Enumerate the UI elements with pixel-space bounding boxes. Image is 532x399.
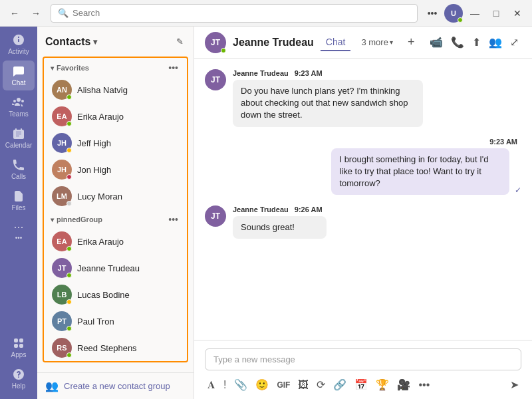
titlebar: ← → 🔍 ••• U — □ ✕	[0, 0, 532, 27]
user-status-dot	[458, 17, 463, 23]
contact-reed-stephens[interactable]: RS Reed Stephens	[45, 334, 186, 361]
message-group-3: JT Jeanne Trudeau 9:26 AM Sounds great!	[205, 205, 521, 239]
contacts-panel: Contacts ▾ ✎ ▾ Favorites •••	[37, 27, 194, 399]
urgent-button[interactable]: !	[221, 376, 229, 394]
minimize-button[interactable]: —	[466, 4, 484, 23]
msg-bubble-3: Sounds great!	[233, 216, 327, 239]
praise-button[interactable]: 🏆	[373, 376, 392, 394]
msg-avatar-3: JT	[205, 205, 226, 227]
maximize-button[interactable]: □	[487, 4, 505, 23]
sticker-button[interactable]: 🖼	[295, 376, 311, 394]
contact-status-jon	[66, 174, 72, 180]
contact-alisha-natvig[interactable]: AN Alisha Natvig	[45, 76, 186, 103]
video-msg-button[interactable]: 🎥	[394, 376, 413, 394]
favorites-more-button[interactable]: •••	[166, 62, 180, 74]
sidebar-item-files[interactable]: Files	[3, 186, 35, 215]
sidebar-calendar-label: Calendar	[5, 142, 33, 149]
contact-erika-araujo-pin[interactable]: EA Erika Araujo	[45, 228, 186, 255]
attach-button[interactable]: 📎	[231, 376, 250, 394]
chat-more-chevron: ▾	[390, 39, 393, 46]
pinned-more-button[interactable]: •••	[166, 213, 180, 225]
format-button[interactable]: 𝐀	[205, 376, 218, 394]
sidebar-item-apps[interactable]: Apps	[3, 332, 35, 362]
open-external-button[interactable]: ⤢	[507, 33, 521, 51]
msg-bubble-2: I brought something in for today, but I'…	[331, 148, 509, 196]
sidebar-item-more[interactable]: ··· •••	[3, 217, 35, 245]
loop-button[interactable]: ⟳	[314, 376, 328, 394]
sidebar-item-help[interactable]: Help	[3, 364, 35, 394]
contact-status-reed	[66, 352, 72, 358]
chat-header: JT Jeanne Trudeau Chat 3 more ▾ + 📹 📞 ⬆ …	[194, 27, 532, 59]
msg-content-1: Jeanne Trudeau 9:23 AM Do you have lunch…	[233, 69, 423, 127]
sidebar-item-chat[interactable]: Chat	[3, 61, 35, 90]
contact-avatar-lucy: LM	[52, 186, 72, 206]
msg-meta-3: Jeanne Trudeau 9:26 AM	[233, 205, 327, 213]
compose-button[interactable]: ✎	[174, 35, 186, 49]
contact-name-lucy: Lucy Moran	[77, 192, 122, 201]
nav-bottom: Apps Help	[3, 332, 35, 399]
highlighted-section: ▾ Favorites ••• AN Alisha Natvig EA Erik…	[43, 57, 188, 362]
contact-avatar-jon: JH	[52, 160, 72, 180]
back-button[interactable]: ←	[5, 4, 24, 23]
contact-jeff-high[interactable]: JH Jeff High	[45, 130, 186, 156]
sidebar-item-activity[interactable]: Activity	[3, 29, 35, 59]
contact-avatar-lucas: LB	[52, 285, 72, 305]
contact-name-lucas: Lucas Bodine	[77, 290, 130, 300]
contact-erika-araujo-fav[interactable]: EA Erika Araujo	[45, 103, 186, 130]
contact-name-jeff: Jeff High	[77, 138, 111, 148]
contact-status-erika-pin	[66, 246, 72, 251]
user-avatar[interactable]: U	[444, 4, 463, 23]
contacts-header: Contacts ▾ ✎	[37, 27, 194, 54]
schedule-button[interactable]: 📅	[352, 376, 370, 394]
contact-name-paul: Paul Tron	[77, 317, 114, 327]
chat-add-button[interactable]: +	[404, 34, 419, 51]
sidebar-item-calendar[interactable]: Calendar	[3, 123, 35, 153]
contacts-dropdown-icon: ▾	[93, 37, 97, 47]
pinned-label: pinnedGroup	[57, 215, 102, 223]
chat-more-label: 3 more	[361, 37, 388, 47]
close-button[interactable]: ✕	[508, 4, 527, 23]
nav-sidebar: Activity Chat Teams Calendar Calls Files…	[0, 27, 37, 399]
audio-call-button[interactable]: 📞	[448, 33, 467, 51]
chat-tab-button[interactable]: Chat	[321, 34, 351, 51]
toolbar-more-button[interactable]: •••	[416, 376, 432, 394]
contact-name-erika-fav: Erika Araujo	[77, 112, 124, 122]
contact-avatar-erika-fav: EA	[52, 106, 72, 126]
sidebar-chat-label: Chat	[11, 79, 25, 86]
emoji-button[interactable]: 🙂	[253, 376, 271, 394]
create-contact-group[interactable]: 👥 Create a new contact group	[37, 372, 194, 399]
contact-jeanne-trudeau[interactable]: JT Jeanne Trudeau	[45, 255, 186, 281]
sidebar-files-label: Files	[11, 204, 25, 211]
more-options-button[interactable]: •••	[423, 4, 442, 23]
create-contact-icon: 👥	[45, 380, 59, 392]
contact-paul-tron[interactable]: PT Paul Tron	[45, 308, 186, 334]
contact-name-jon: Jon High	[77, 165, 111, 175]
contact-lucas-bodine[interactable]: LB Lucas Bodine	[45, 281, 186, 308]
search-input[interactable]	[72, 8, 410, 18]
sidebar-item-teams[interactable]: Teams	[3, 92, 35, 122]
sidebar-help-label: Help	[12, 382, 26, 390]
gif-button[interactable]: GIF	[274, 378, 293, 392]
contact-jon-high[interactable]: JH Jon High	[45, 156, 186, 183]
contacts-actions: ✎	[174, 35, 186, 49]
forward-button[interactable]: →	[27, 4, 45, 23]
send-button[interactable]: ➤	[507, 376, 521, 394]
contacts-list: ▾ Favorites ••• AN Alisha Natvig EA Erik…	[37, 54, 194, 372]
message-group-1: JT Jeanne Trudeau 9:23 AM Do you have lu…	[205, 69, 521, 127]
contact-lucy-moran[interactable]: LM Lucy Moran	[45, 183, 186, 209]
contact-avatar-paul: PT	[52, 311, 72, 331]
contact-avatar-jeanne: JT	[52, 258, 72, 278]
msg-read-icon: ✓	[515, 186, 521, 195]
message-input-box[interactable]: Type a new message	[205, 348, 521, 370]
msg-sender-3: Jeanne Trudeau	[233, 205, 289, 213]
link-button[interactable]: 🔗	[331, 376, 349, 394]
chat-more-button[interactable]: 3 more ▾	[357, 35, 396, 50]
contact-status-erika-fav	[66, 121, 72, 126]
pinned-expand-icon: ▾	[51, 216, 54, 223]
video-call-button[interactable]: 📹	[427, 33, 446, 51]
chat-area: JT Jeanne Trudeau Chat 3 more ▾ + 📹 📞 ⬆ …	[194, 27, 532, 399]
participants-button[interactable]: 👥	[486, 33, 505, 51]
screen-share-button[interactable]: ⬆	[469, 33, 483, 51]
titlebar-right: ••• U — □ ✕	[423, 4, 527, 23]
sidebar-item-calls[interactable]: Calls	[3, 154, 35, 184]
